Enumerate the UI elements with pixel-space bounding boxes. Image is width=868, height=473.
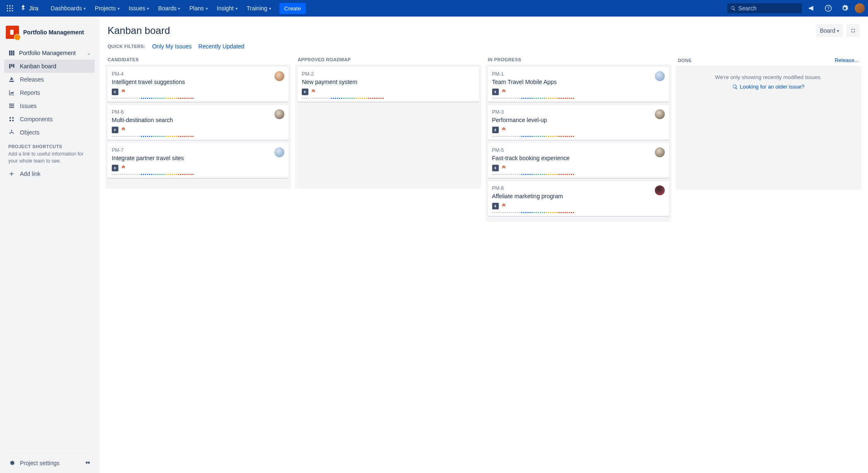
chevron-down-icon: ⌄ (87, 50, 91, 56)
priority-high-icon (121, 165, 126, 171)
column-candidates[interactable]: PM-4 Intelligent travel suggestions PM-6… (105, 65, 291, 189)
issue-key: PM-3 (492, 109, 665, 115)
component-icon (8, 116, 15, 122)
progress-dots (492, 98, 665, 99)
project-name: Portfolio Management (23, 29, 84, 36)
page-header: Kanban board Board▾ (99, 17, 868, 41)
progress-dots (492, 136, 665, 137)
nav-insight[interactable]: Insight▾ (213, 2, 242, 14)
column-header-approved: APPROVED ROADMAP (295, 55, 481, 65)
sidebar-project-select[interactable]: Portfolio Management ⌄ (4, 46, 95, 60)
column-approved[interactable]: PM-2 New payment system (295, 65, 481, 189)
column-header-inprogress: IN PROGRESS (486, 55, 671, 65)
nav-dashboards[interactable]: Dashboards▾ (47, 2, 90, 14)
priority-high-icon (501, 203, 506, 209)
issue-title: Intelligent travel suggestions (112, 79, 284, 85)
nav-plans[interactable]: Plans▾ (185, 2, 212, 14)
board-dropdown-button[interactable]: Board▾ (816, 24, 843, 37)
settings-icon[interactable] (838, 2, 851, 15)
sidebar-item-components[interactable]: Components (4, 113, 95, 126)
help-icon[interactable]: ? (822, 2, 835, 15)
search-input[interactable] (738, 5, 798, 12)
assignee-avatar[interactable] (655, 109, 665, 119)
filter-only-my-issues[interactable]: Only My Issues (152, 43, 192, 50)
epic-type-icon (492, 203, 499, 209)
column-done[interactable]: We're only showing recently modified iss… (676, 66, 861, 190)
create-button[interactable]: Create (279, 3, 306, 14)
svg-rect-18 (9, 104, 14, 105)
issue-card[interactable]: PM-5 Fast-track booking experience (488, 143, 669, 178)
epic-type-icon (492, 165, 499, 171)
nav-projects[interactable]: Projects▾ (91, 2, 124, 14)
svg-point-2 (12, 5, 13, 7)
issue-key: PM-6 (112, 109, 284, 115)
board-icon (8, 63, 15, 70)
column-inprogress[interactable]: PM-1 Team Travel Mobile Apps PM-3 Perfor… (486, 65, 671, 222)
project-header[interactable]: Portfolio Management (4, 24, 95, 41)
sidebar-item-releases[interactable]: Releases (4, 73, 95, 86)
jira-logo[interactable]: Jira (20, 5, 38, 12)
svg-rect-11 (10, 30, 14, 35)
global-search[interactable] (727, 3, 802, 13)
nav-training[interactable]: Training▾ (243, 2, 275, 14)
nav-boards[interactable]: Boards▾ (154, 2, 184, 14)
board-column: IN PROGRESS PM-1 Team Travel Mobile Apps… (486, 55, 671, 466)
issue-card[interactable]: PM-7 Integrate partner travel sites (108, 143, 289, 178)
svg-rect-14 (13, 50, 14, 55)
priority-high-icon (121, 89, 126, 95)
sidebar-item-kanban[interactable]: Kanban board (4, 60, 95, 73)
plus-icon (8, 170, 15, 177)
column-title: CANDIDATES (108, 57, 139, 62)
card-footer (112, 89, 284, 95)
svg-point-7 (10, 10, 11, 12)
gear-icon (8, 460, 15, 466)
app-switcher-icon[interactable] (3, 2, 17, 15)
older-issue-link[interactable]: Looking for an older issue? (732, 84, 804, 90)
issue-card[interactable]: PM-6 Multi-destination search (108, 105, 289, 140)
chevron-down-icon: ▾ (118, 6, 120, 11)
ship-icon (8, 76, 15, 83)
user-avatar[interactable] (855, 3, 865, 13)
chevron-down-icon: ▾ (84, 6, 86, 11)
list-icon (8, 103, 15, 109)
filter-recently-updated[interactable]: Recently Updated (198, 43, 244, 50)
epic-type-icon (112, 127, 118, 133)
issue-card[interactable]: PM-4 Intelligent travel suggestions (108, 67, 289, 102)
issue-title: Affeliate marketing program (492, 193, 665, 199)
svg-point-6 (7, 10, 8, 12)
sidebar-item-issues[interactable]: Issues (4, 99, 95, 113)
progress-dots (112, 174, 284, 175)
column-title: APPROVED ROADMAP (298, 57, 351, 62)
card-footer (492, 203, 665, 209)
nav-issues[interactable]: Issues▾ (125, 2, 153, 14)
release-link[interactable]: Release... (834, 57, 859, 63)
collapse-sidebar-icon[interactable] (80, 457, 95, 470)
issue-card[interactable]: PM-8 Affeliate marketing program (488, 181, 669, 216)
issue-card[interactable]: PM-2 New payment system (298, 67, 478, 102)
chevron-down-icon: ▾ (206, 6, 208, 11)
page-title: Kanban board (108, 25, 170, 36)
issue-title: Fast-track booking experience (492, 155, 665, 161)
svg-rect-16 (11, 64, 12, 67)
add-link-button[interactable]: Add link (4, 167, 95, 180)
sidebar-item-reports[interactable]: Reports (4, 86, 95, 99)
objects-icon (8, 129, 15, 136)
project-settings[interactable]: Project settings (4, 456, 80, 470)
issue-card[interactable]: PM-1 Team Travel Mobile Apps (488, 67, 669, 102)
card-footer (112, 127, 284, 133)
progress-dots (112, 98, 284, 99)
issue-card[interactable]: PM-3 Performance level-up (488, 105, 669, 140)
assignee-avatar[interactable] (655, 147, 665, 157)
svg-rect-19 (9, 106, 14, 106)
issue-title: Integrate partner travel sites (112, 155, 284, 161)
assignee-avatar[interactable] (655, 185, 665, 195)
feedback-icon[interactable] (805, 2, 818, 15)
column-title: DONE (678, 58, 692, 63)
chevron-down-icon: ▾ (269, 6, 271, 11)
shortcuts-desc: Add a link to useful information for you… (4, 151, 95, 165)
fullscreen-button[interactable] (846, 24, 860, 37)
sidebar-item-objects[interactable]: Objects (4, 126, 95, 139)
svg-point-25 (11, 130, 12, 131)
assignee-avatar[interactable] (655, 71, 665, 81)
priority-high-icon (501, 89, 506, 95)
